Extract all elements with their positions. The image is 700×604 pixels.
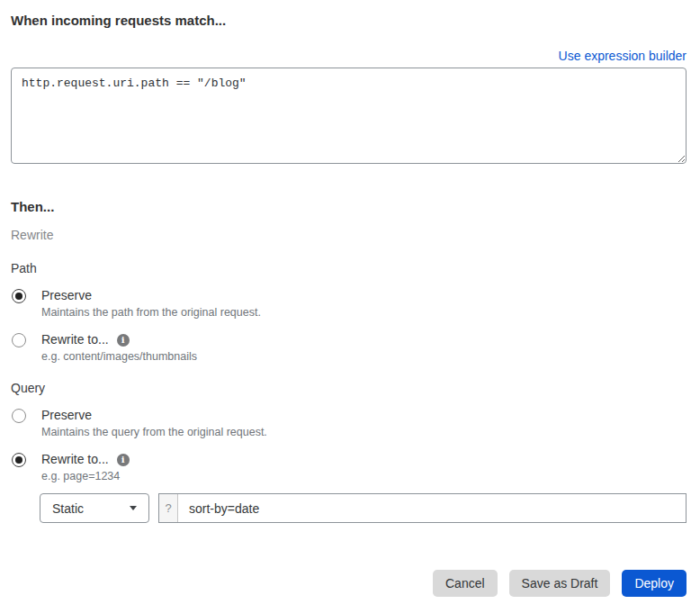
query-rewrite-radio[interactable] <box>12 453 26 467</box>
info-icon[interactable]: i <box>117 334 130 347</box>
query-rewrite-texts: Rewrite to... i e.g. page=1234 <box>41 453 130 482</box>
path-rewrite-texts: Rewrite to... i e.g. content/images/thum… <box>41 333 197 363</box>
path-rewrite-option: Rewrite to... i e.g. content/images/thum… <box>11 333 687 363</box>
save-as-draft-button[interactable]: Save as Draft <box>509 570 611 597</box>
match-section-title: When incoming requests match... <box>11 13 687 28</box>
path-group-label: Path <box>11 262 687 275</box>
info-icon[interactable]: i <box>117 454 130 466</box>
use-expression-builder-link[interactable]: Use expression builder <box>559 49 687 63</box>
query-group-label: Query <box>11 382 687 395</box>
path-rewrite-label[interactable]: Rewrite to... <box>41 333 109 347</box>
query-rewrite-controls: Static ? <box>40 493 687 523</box>
query-preserve-radio[interactable] <box>12 409 26 423</box>
value-type-selected: Static <box>52 501 84 516</box>
deploy-button[interactable]: Deploy <box>622 570 687 597</box>
expression-editor-textarea[interactable]: http.request.uri.path == "/blog" <box>11 68 687 164</box>
value-type-select[interactable]: Static <box>40 493 149 523</box>
path-preserve-texts: Preserve Maintains the path from the ori… <box>41 289 261 319</box>
path-preserve-option: Preserve Maintains the path from the ori… <box>11 289 687 319</box>
query-rewrite-option: Rewrite to... i e.g. page=1234 <box>11 453 687 482</box>
path-preserve-description: Maintains the path from the original req… <box>41 306 261 319</box>
rule-editor: When incoming requests match... Use expr… <box>0 0 700 604</box>
path-rewrite-radio[interactable] <box>12 333 26 347</box>
path-preserve-label[interactable]: Preserve <box>41 289 261 302</box>
path-preserve-radio[interactable] <box>12 289 26 303</box>
cancel-button[interactable]: Cancel <box>433 570 498 597</box>
action-label: Rewrite <box>11 229 687 242</box>
query-preserve-option: Preserve Maintains the query from the or… <box>11 409 687 438</box>
path-rewrite-example: e.g. content/images/thumbnails <box>41 350 197 363</box>
footer-actions: Cancel Save as Draft Deploy <box>11 570 687 597</box>
query-rewrite-label[interactable]: Rewrite to... <box>41 453 109 466</box>
query-preserve-texts: Preserve Maintains the query from the or… <box>41 409 267 438</box>
query-value-input[interactable] <box>178 494 686 522</box>
path-rewrite-label-line: Rewrite to... i <box>41 333 197 347</box>
query-prefix-addon: ? <box>159 494 178 522</box>
query-value-group: ? <box>158 493 687 523</box>
builder-link-row: Use expression builder <box>11 49 687 63</box>
query-rewrite-example: e.g. page=1234 <box>41 470 130 482</box>
query-rewrite-label-line: Rewrite to... i <box>41 453 130 466</box>
then-section-title: Then... <box>11 199 687 214</box>
query-preserve-description: Maintains the query from the original re… <box>41 426 267 438</box>
query-preserve-label[interactable]: Preserve <box>41 409 267 422</box>
chevron-down-icon <box>130 506 137 510</box>
